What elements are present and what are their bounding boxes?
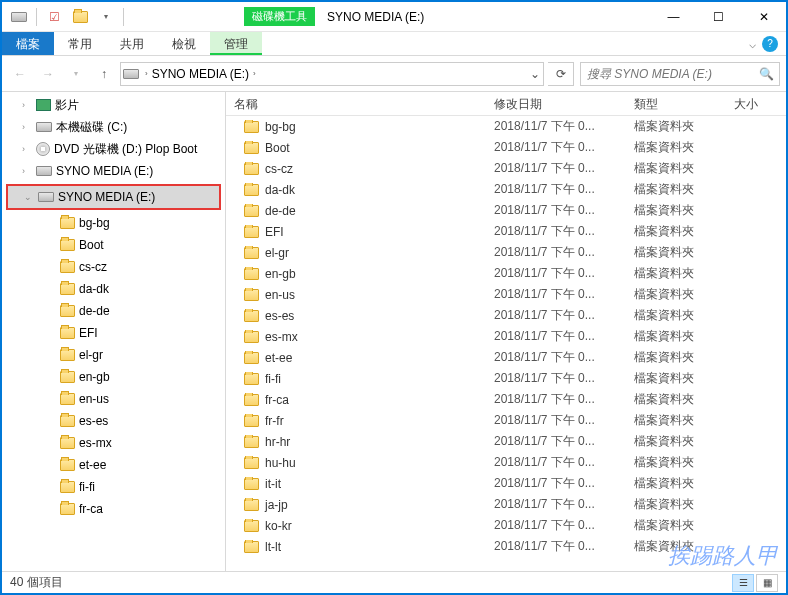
file-row[interactable]: et-ee2018/11/7 下午 0...檔案資料夾: [226, 347, 786, 368]
ribbon-tab-share[interactable]: 共用: [106, 32, 158, 55]
file-name-cell[interactable]: it-it: [226, 477, 486, 491]
file-name-cell[interactable]: de-de: [226, 204, 486, 218]
ribbon-tab-manage[interactable]: 管理: [210, 32, 262, 55]
file-name-cell[interactable]: es-es: [226, 309, 486, 323]
tree-item[interactable]: ›SYNO MEDIA (E:): [2, 160, 225, 182]
tree-item[interactable]: EFI: [2, 322, 225, 344]
ribbon-expand-button[interactable]: ⌵: [749, 37, 756, 51]
tree-item[interactable]: bg-bg: [2, 212, 225, 234]
tree-item[interactable]: de-de: [2, 300, 225, 322]
recent-locations-button[interactable]: ▾: [64, 62, 88, 86]
column-type[interactable]: 類型: [626, 92, 726, 115]
tree-item[interactable]: ›本機磁碟 (C:): [2, 116, 225, 138]
file-name-cell[interactable]: ja-jp: [226, 498, 486, 512]
file-name-cell[interactable]: en-gb: [226, 267, 486, 281]
file-name-cell[interactable]: et-ee: [226, 351, 486, 365]
file-row[interactable]: lt-lt2018/11/7 下午 0...檔案資料夾: [226, 536, 786, 557]
tree-item[interactable]: ›DVD 光碟機 (D:) Plop Boot: [2, 138, 225, 160]
tree-item[interactable]: el-gr: [2, 344, 225, 366]
file-rows[interactable]: bg-bg2018/11/7 下午 0...檔案資料夾Boot2018/11/7…: [226, 116, 786, 571]
minimize-button[interactable]: —: [651, 2, 696, 31]
maximize-button[interactable]: ☐: [696, 2, 741, 31]
expand-icon[interactable]: ›: [22, 100, 32, 110]
file-row[interactable]: fi-fi2018/11/7 下午 0...檔案資料夾: [226, 368, 786, 389]
tree-item[interactable]: Boot: [2, 234, 225, 256]
file-row[interactable]: EFI2018/11/7 下午 0...檔案資料夾: [226, 221, 786, 242]
file-name-cell[interactable]: el-gr: [226, 246, 486, 260]
file-row[interactable]: en-us2018/11/7 下午 0...檔案資料夾: [226, 284, 786, 305]
file-name-cell[interactable]: ko-kr: [226, 519, 486, 533]
refresh-button[interactable]: ⟳: [548, 62, 574, 86]
expand-icon[interactable]: ⌄: [24, 192, 34, 202]
file-row[interactable]: it-it2018/11/7 下午 0...檔案資料夾: [226, 473, 786, 494]
file-name-cell[interactable]: en-us: [226, 288, 486, 302]
tree-item[interactable]: et-ee: [2, 454, 225, 476]
file-row[interactable]: hr-hr2018/11/7 下午 0...檔案資料夾: [226, 431, 786, 452]
file-name-cell[interactable]: EFI: [226, 225, 486, 239]
file-name-cell[interactable]: fi-fi: [226, 372, 486, 386]
search-icon[interactable]: 🔍: [753, 67, 779, 81]
tree-item[interactable]: es-es: [2, 410, 225, 432]
breadcrumb[interactable]: › SYNO MEDIA (E:) ›: [141, 67, 260, 81]
help-icon[interactable]: ?: [762, 36, 778, 52]
details-view-button[interactable]: ☰: [732, 574, 754, 592]
properties-button[interactable]: ☑: [43, 6, 65, 28]
back-button[interactable]: ←: [8, 62, 32, 86]
file-row[interactable]: de-de2018/11/7 下午 0...檔案資料夾: [226, 200, 786, 221]
file-row[interactable]: Boot2018/11/7 下午 0...檔案資料夾: [226, 137, 786, 158]
tree-item[interactable]: es-mx: [2, 432, 225, 454]
tree-item[interactable]: ⌄SYNO MEDIA (E:): [6, 184, 221, 210]
file-name-label: da-dk: [265, 183, 295, 197]
expand-icon[interactable]: ›: [22, 166, 32, 176]
tree-item[interactable]: fi-fi: [2, 476, 225, 498]
file-name-cell[interactable]: es-mx: [226, 330, 486, 344]
file-name-cell[interactable]: hr-hr: [226, 435, 486, 449]
file-row[interactable]: fr-ca2018/11/7 下午 0...檔案資料夾: [226, 389, 786, 410]
search-input[interactable]: [581, 67, 753, 81]
qat-customize-button[interactable]: ▾: [95, 6, 117, 28]
file-name-cell[interactable]: cs-cz: [226, 162, 486, 176]
file-row[interactable]: ja-jp2018/11/7 下午 0...檔案資料夾: [226, 494, 786, 515]
expand-icon[interactable]: ›: [22, 144, 32, 154]
file-name-cell[interactable]: fr-ca: [226, 393, 486, 407]
breadcrumb-label[interactable]: SYNO MEDIA (E:): [152, 67, 249, 81]
file-name-cell[interactable]: Boot: [226, 141, 486, 155]
tree-item[interactable]: en-us: [2, 388, 225, 410]
file-row[interactable]: bg-bg2018/11/7 下午 0...檔案資料夾: [226, 116, 786, 137]
file-name-cell[interactable]: bg-bg: [226, 120, 486, 134]
address-history-button[interactable]: ⌄: [525, 67, 543, 81]
address-bar[interactable]: › SYNO MEDIA (E:) › ⌄: [120, 62, 544, 86]
tree-item[interactable]: en-gb: [2, 366, 225, 388]
column-size[interactable]: 大小: [726, 92, 786, 115]
up-button[interactable]: ↑: [92, 62, 116, 86]
tree-item[interactable]: cs-cz: [2, 256, 225, 278]
tree-item[interactable]: da-dk: [2, 278, 225, 300]
ribbon-tab-view[interactable]: 檢視: [158, 32, 210, 55]
close-button[interactable]: ✕: [741, 2, 786, 31]
file-row[interactable]: es-es2018/11/7 下午 0...檔案資料夾: [226, 305, 786, 326]
expand-icon[interactable]: ›: [22, 122, 32, 132]
thumbnails-view-button[interactable]: ▦: [756, 574, 778, 592]
file-row[interactable]: es-mx2018/11/7 下午 0...檔案資料夾: [226, 326, 786, 347]
file-row[interactable]: cs-cz2018/11/7 下午 0...檔案資料夾: [226, 158, 786, 179]
file-row[interactable]: ko-kr2018/11/7 下午 0...檔案資料夾: [226, 515, 786, 536]
file-name-cell[interactable]: da-dk: [226, 183, 486, 197]
file-row[interactable]: en-gb2018/11/7 下午 0...檔案資料夾: [226, 263, 786, 284]
file-row[interactable]: el-gr2018/11/7 下午 0...檔案資料夾: [226, 242, 786, 263]
new-folder-button[interactable]: [69, 6, 91, 28]
ribbon-tab-home[interactable]: 常用: [54, 32, 106, 55]
column-date[interactable]: 修改日期: [486, 92, 626, 115]
file-row[interactable]: da-dk2018/11/7 下午 0...檔案資料夾: [226, 179, 786, 200]
column-name[interactable]: 名稱: [226, 92, 486, 115]
file-name-cell[interactable]: hu-hu: [226, 456, 486, 470]
search-box[interactable]: 🔍: [580, 62, 780, 86]
ribbon-tab-file[interactable]: 檔案: [2, 32, 54, 55]
file-row[interactable]: fr-fr2018/11/7 下午 0...檔案資料夾: [226, 410, 786, 431]
file-name-cell[interactable]: lt-lt: [226, 540, 486, 554]
file-name-cell[interactable]: fr-fr: [226, 414, 486, 428]
tree-item[interactable]: fr-ca: [2, 498, 225, 520]
forward-button[interactable]: →: [36, 62, 60, 86]
tree-item[interactable]: ›影片: [2, 94, 225, 116]
navigation-pane[interactable]: ›影片›本機磁碟 (C:)›DVD 光碟機 (D:) Plop Boot›SYN…: [2, 92, 226, 571]
file-row[interactable]: hu-hu2018/11/7 下午 0...檔案資料夾: [226, 452, 786, 473]
